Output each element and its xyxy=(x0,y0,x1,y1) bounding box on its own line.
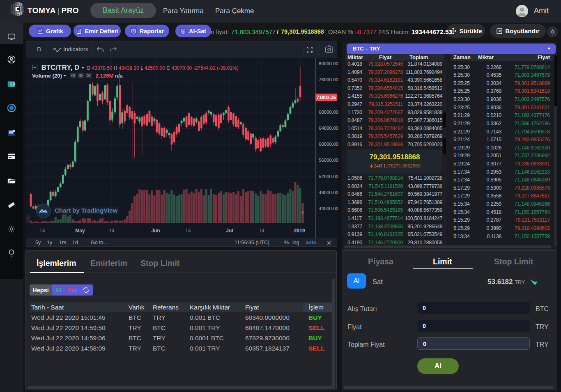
svg-text:$: $ xyxy=(11,83,13,86)
